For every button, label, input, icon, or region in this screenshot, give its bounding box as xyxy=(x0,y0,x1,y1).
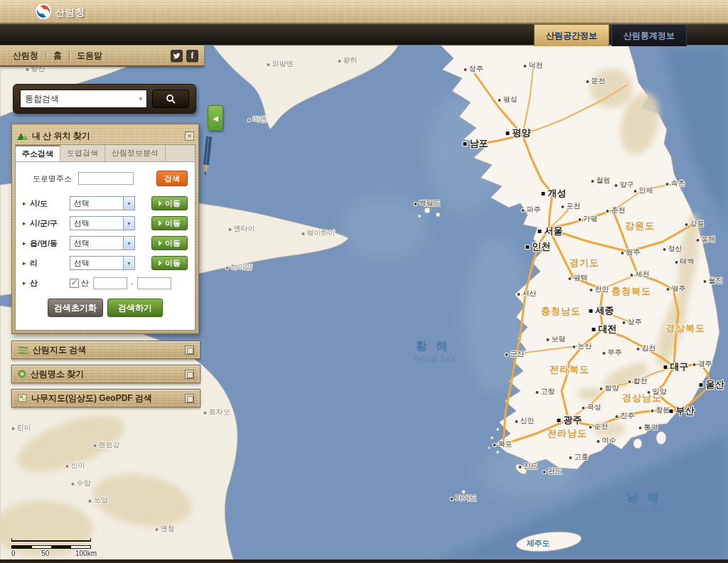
sido-select[interactable]: 선택 ▼ xyxy=(70,196,135,210)
play-icon xyxy=(159,200,162,206)
sido-row: ▸ 시/도 선택 ▼ 이동 xyxy=(23,193,188,213)
sigungu-select-value: 선택 xyxy=(74,218,90,229)
search-category-value: 통합검색 xyxy=(25,93,59,105)
my-mountain-finder-panel: 내 산 위치 찾기 × 주소검색 도엽검색 산림정보분석 도로명주소 검색 xyxy=(11,124,199,334)
play-icon xyxy=(159,260,162,266)
scale-end-label: 100km xyxy=(75,549,97,557)
menu-item-home[interactable]: 홈 xyxy=(46,50,69,62)
sido-move-button[interactable]: 이동 xyxy=(151,196,188,210)
forest-service-logo xyxy=(36,4,51,19)
twitter-icon[interactable] xyxy=(171,50,183,62)
sigungu-label: 시/군/구 xyxy=(30,218,70,229)
service-tabs: 산림공간정보 산림통계정보 xyxy=(534,24,687,46)
tab-forest-statistics[interactable]: 산림통계정보 xyxy=(611,24,687,46)
app-header: 산림청 xyxy=(0,0,728,23)
close-icon[interactable]: × xyxy=(185,132,194,141)
reset-button[interactable]: 검색초기화 xyxy=(48,299,103,317)
panel-tree-map-geopdf-search[interactable]: 나무지도(임상도) GeoPDF 검색 xyxy=(11,389,200,407)
search-button[interactable] xyxy=(152,90,189,108)
finder-header: 내 산 위치 찾기 × xyxy=(15,127,196,144)
tab-address-search[interactable]: 주소검색 xyxy=(16,145,60,161)
map-scale: 0 50 100km xyxy=(11,538,97,557)
address-search-button[interactable]: 검색 xyxy=(156,171,188,186)
chevron-down-icon: ▾ xyxy=(139,95,142,102)
expand-icon[interactable] xyxy=(185,345,194,355)
scale-mid-label: 50 xyxy=(41,549,49,557)
bottom-edge xyxy=(0,559,728,563)
ri-move-button[interactable]: 이동 xyxy=(151,256,188,270)
ri-select-value: 선택 xyxy=(74,258,90,269)
finder-title: 내 산 위치 찾기 xyxy=(32,130,185,142)
san-checkbox[interactable] xyxy=(70,279,79,288)
san-checkbox-label: 산 xyxy=(81,278,89,289)
tab-forest-info-analysis[interactable]: 산림정보분석 xyxy=(105,145,166,161)
road-address-input[interactable] xyxy=(78,172,134,185)
facebook-icon[interactable]: f xyxy=(186,50,198,62)
eupmyeondong-select[interactable]: 선택 ▼ xyxy=(70,236,135,250)
collapse-sidebar-button[interactable]: ◀ xyxy=(208,105,223,131)
ri-row: ▸ 리 선택 ▼ 이동 xyxy=(23,253,188,273)
san-number-end-input[interactable] xyxy=(137,277,171,289)
bullet-icon: ▸ xyxy=(23,279,30,286)
sigungu-row: ▸ 시/군/구 선택 ▼ 이동 xyxy=(23,213,188,233)
chevron-down-icon: ▼ xyxy=(123,217,134,230)
scale-ruler xyxy=(11,538,91,542)
scale-segments xyxy=(11,545,91,549)
sido-select-value: 선택 xyxy=(74,198,90,209)
range-separator: - xyxy=(131,279,134,287)
ri-select[interactable]: 선택 ▼ xyxy=(70,256,135,270)
finder-actions: 검색초기화 검색하기 xyxy=(23,299,188,317)
search-icon xyxy=(166,94,176,104)
chevron-down-icon: ▼ xyxy=(123,197,134,210)
ri-label: 리 xyxy=(30,258,70,269)
panel-forest-spot-finder[interactable]: 산림명소 찾기 xyxy=(11,365,200,383)
sigungu-select[interactable]: 선택 ▼ xyxy=(70,216,135,230)
eupmyeondong-move-button[interactable]: 이동 xyxy=(151,236,188,250)
submit-button[interactable]: 검색하기 xyxy=(107,299,163,317)
bullet-icon: ▸ xyxy=(23,259,30,267)
forest-map-icon xyxy=(18,346,28,354)
chevron-down-icon: ▼ xyxy=(123,237,134,250)
panel-forest-map-search[interactable]: 산림지도 검색 xyxy=(11,341,200,359)
road-address-row: 도로명주소 검색 xyxy=(23,169,188,188)
san-row: ▸ 산 산 - xyxy=(23,273,188,293)
bullet-icon: ▸ xyxy=(23,200,30,207)
chevron-down-icon: ▼ xyxy=(123,257,134,269)
menu-item-help[interactable]: 도움말 xyxy=(70,50,109,62)
bullet-icon: ▸ xyxy=(23,220,30,227)
finder-tabs: 주소검색 도엽검색 산림정보분석 xyxy=(16,145,195,162)
eupmyeondong-row: ▸ 읍/면/동 선택 ▼ 이동 xyxy=(23,233,188,253)
play-icon xyxy=(159,220,162,226)
search-panel: 통합검색 ▾ xyxy=(13,84,196,114)
forest-spot-icon xyxy=(18,370,26,378)
san-label: 산 xyxy=(30,278,70,289)
sigungu-move-button[interactable]: 이동 xyxy=(151,216,188,230)
map-region: 탕산와팡뎬좡허다롄옌타이웨이하이하이양린이르자오롄윈강신이수양쓰양옌청정주덕천문… xyxy=(0,45,728,563)
unified-search-select[interactable]: 통합검색 ▾ xyxy=(20,90,147,108)
play-icon xyxy=(159,240,162,246)
app-window: 산림청 산림공간정보 산림통계정보 xyxy=(0,0,728,563)
bullet-icon: ▸ xyxy=(23,240,30,247)
app-title: 산림청 xyxy=(55,6,85,19)
tab-map-sheet-search[interactable]: 도엽검색 xyxy=(60,145,105,161)
road-address-label: 도로명주소 xyxy=(33,173,78,184)
sidebar-menu: 산림청 홈 도움말 f xyxy=(0,45,204,67)
eupmyeondong-select-value: 선택 xyxy=(74,238,90,249)
menu-item-forest-service[interactable]: 산림청 xyxy=(6,50,46,62)
mountain-icon xyxy=(16,132,28,140)
sido-label: 시/도 xyxy=(30,198,70,209)
nav-bar: 산림공간정보 산림통계정보 xyxy=(0,23,728,45)
tree-map-icon xyxy=(18,394,27,402)
san-number-start-input[interactable] xyxy=(93,277,127,289)
expand-icon[interactable] xyxy=(185,394,194,403)
expand-icon[interactable] xyxy=(185,370,194,379)
scale-start-label: 0 xyxy=(11,549,16,557)
tab-forest-spatial-info[interactable]: 산림공간정보 xyxy=(534,24,609,46)
eupmyeondong-label: 읍/면/동 xyxy=(30,238,70,249)
